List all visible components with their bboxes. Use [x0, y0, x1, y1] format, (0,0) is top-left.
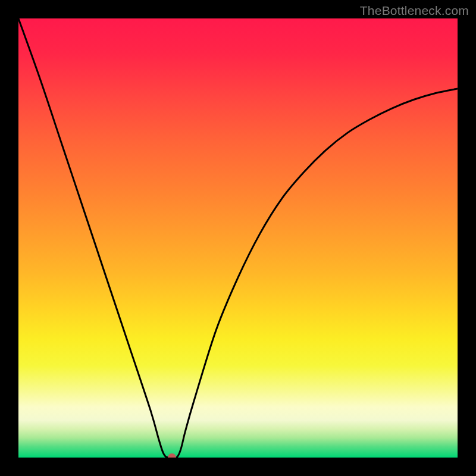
bottleneck-curve: [18, 18, 458, 458]
chart-stage: TheBottleneck.com: [0, 0, 476, 476]
minimum-marker: [168, 453, 176, 458]
watermark-text: TheBottleneck.com: [360, 4, 469, 18]
plot-area: [18, 18, 458, 458]
